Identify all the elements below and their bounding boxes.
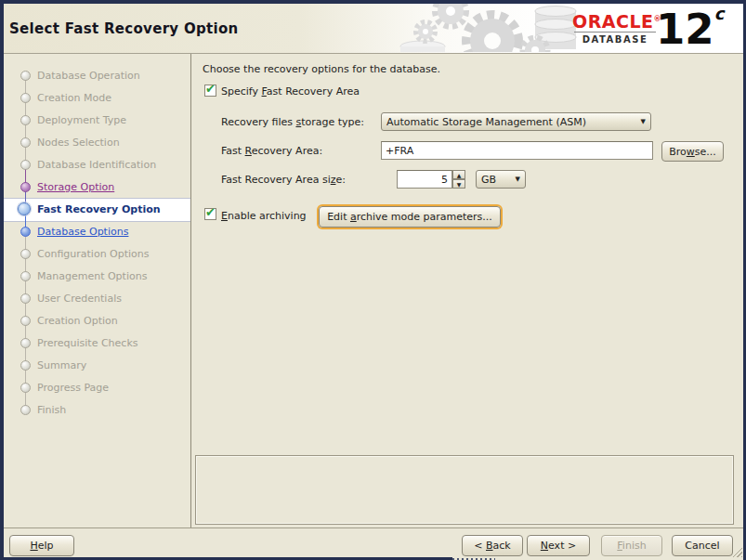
logo-divider — [574, 32, 656, 33]
sidebar-step-management-options: Management Options — [4, 266, 190, 288]
sidebar-step-database-operation: Database Operation — [4, 65, 190, 87]
message-panel — [195, 455, 734, 525]
step-circle-icon — [20, 405, 31, 415]
storage-type-label: Recovery files storage type: — [221, 116, 364, 129]
spin-up-button[interactable]: ▲ — [452, 170, 465, 179]
fra-label: Fast Recovery Area: — [221, 145, 322, 158]
fra-size-input[interactable] — [397, 170, 452, 189]
chevron-down-icon: ▼ — [516, 176, 520, 183]
step-circle-icon — [18, 202, 31, 215]
sidebar-step-user-credentials: User Credentials — [4, 288, 190, 310]
header-banner: Select Fast Recovery Option ORACLE® — [4, 4, 743, 54]
sidebar-step-deployment-type: Deployment Type — [4, 110, 190, 132]
fra-size-label: Fast Recovery Area size: — [221, 174, 346, 187]
step-circle-icon — [20, 338, 31, 348]
fast-recovery-area-input[interactable] — [381, 141, 653, 160]
sidebar-step-configuration-options: Configuration Options — [4, 243, 190, 266]
finish-button: Finish — [601, 535, 662, 556]
sidebar-step-finish: Finish — [4, 399, 190, 422]
oracle-12c-logo: 12c — [656, 4, 724, 54]
step-circle-icon — [20, 383, 31, 393]
step-circle-icon — [20, 271, 31, 281]
instruction-text: Choose the recovery options for the data… — [203, 63, 440, 76]
sidebar-step-nodes-selection: Nodes Selection — [4, 132, 190, 154]
browse-button[interactable]: Browse... — [661, 141, 724, 162]
step-circle-icon — [20, 316, 31, 326]
step-circle-icon — [20, 71, 31, 81]
sidebar-step-summary: Summary — [4, 355, 190, 377]
sidebar-step-progress-page: Progress Page — [4, 377, 190, 399]
cancel-button[interactable]: Cancel — [672, 535, 733, 556]
next-button[interactable]: Next > — [527, 535, 590, 556]
checkmark-icon: ✔ — [205, 205, 216, 219]
step-circle-icon — [20, 93, 31, 103]
sidebar-step-creation-mode: Creation Mode — [4, 87, 190, 110]
window-border-top — [0, 0, 746, 4]
step-circle-icon — [20, 249, 31, 259]
help-button[interactable]: Help — [9, 535, 74, 556]
dbca-window: Select Fast Recovery Option ORACLE® — [0, 0, 746, 560]
sidebar-step-storage-option[interactable]: Storage Option — [4, 176, 190, 199]
sidebar-step-fast-recovery-option: Fast Recovery Option — [4, 199, 190, 221]
back-button[interactable]: < Back — [462, 535, 523, 556]
specify-fra-label: Specify Fast Recovery Area — [221, 85, 360, 98]
size-unit-dropdown[interactable]: GB ▼ — [476, 170, 526, 189]
steps-sidebar: Database Operation Creation Mode Deploym… — [4, 54, 191, 527]
step-circle-icon — [20, 115, 31, 125]
sidebar-step-creation-option: Creation Option — [4, 310, 190, 332]
size-unit-value: GB — [481, 174, 496, 186]
window-border-left — [0, 0, 4, 560]
sidebar-step-database-identification: Database Identification — [4, 154, 190, 176]
gears-graphic — [399, 4, 595, 52]
storage-type-value: Automatic Storage Management (ASM) — [386, 116, 586, 128]
sidebar-step-prerequisite-checks: Prerequisite Checks — [4, 332, 190, 355]
specify-fra-checkbox[interactable]: ✔ — [204, 85, 216, 97]
chevron-down-icon: ▼ — [641, 118, 646, 125]
database-wordmark: DATABASE — [572, 34, 658, 45]
page-title: Select Fast Recovery Option — [9, 4, 239, 53]
checkmark-icon: ✔ — [205, 82, 216, 96]
edit-archive-mode-button[interactable]: Edit archive mode parameters... — [319, 206, 501, 228]
step-circle-icon — [20, 227, 31, 237]
step-circle-icon — [20, 160, 31, 170]
step-circle-icon — [20, 137, 31, 148]
oracle-wordmark: ORACLE® — [572, 10, 658, 31]
oracle-logo: ORACLE® DATABASE — [572, 10, 658, 45]
enable-archiving-checkbox[interactable]: ✔ — [204, 208, 216, 220]
spin-down-button[interactable]: ▼ — [452, 179, 465, 189]
spin-up-icon: ▲ — [457, 172, 462, 178]
sidebar-step-database-options[interactable]: Database Options — [4, 221, 190, 243]
step-circle-icon — [20, 360, 31, 371]
storage-type-dropdown[interactable]: Automatic Storage Management (ASM) ▼ — [381, 112, 651, 131]
step-circle-icon — [20, 293, 31, 304]
footer-separator — [0, 527, 746, 528]
spin-down-icon: ▼ — [457, 181, 462, 188]
step-circle-icon — [20, 182, 31, 192]
enable-archiving-label: Enable archiving — [221, 210, 307, 223]
